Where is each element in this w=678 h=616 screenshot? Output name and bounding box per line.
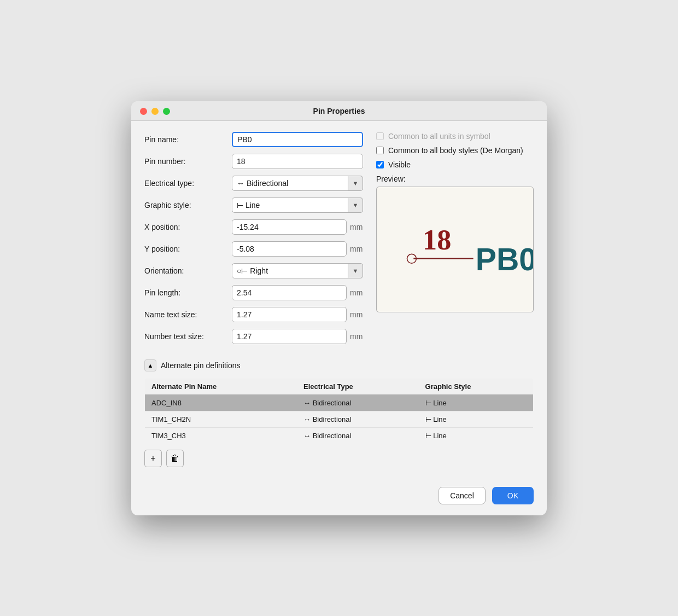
common-units-label: Common to all units in symbol xyxy=(388,132,490,141)
y-position-row: Y position: mm xyxy=(144,241,363,257)
electrical-type-label: Electrical type: xyxy=(144,179,232,188)
graphic-style-label: Graphic style: xyxy=(144,201,232,210)
name-text-size-unit: mm xyxy=(350,310,363,319)
pin-length-input[interactable] xyxy=(232,285,347,300)
table-actions: + 🗑 xyxy=(144,450,534,467)
pin-name-input[interactable] xyxy=(232,132,363,147)
cell-alt-name: TIM1_CH2N xyxy=(145,411,297,427)
number-text-size-row: Number text size: mm xyxy=(144,329,363,344)
pin-name-label: Pin name: xyxy=(144,135,232,144)
common-body-row: Common to all body styles (De Morgan) xyxy=(376,146,534,155)
ok-button[interactable]: OK xyxy=(492,487,534,504)
graphic-style-row: Graphic style: ⊢ Line ⊢ Inverted ⊢ Clock… xyxy=(144,197,363,213)
alt-pins-table: Alternate Pin Name Electrical Type Graph… xyxy=(144,378,534,444)
visible-row: Visible xyxy=(376,160,534,169)
pin-name-row: Pin name: xyxy=(144,132,363,147)
maximize-button[interactable] xyxy=(163,108,170,115)
preview-svg: 18 PB0 xyxy=(377,187,533,312)
common-units-checkbox[interactable] xyxy=(376,132,384,140)
x-position-label: X position: xyxy=(144,223,232,231)
graphic-style-select[interactable]: ⊢ Line ⊢ Inverted ⊢ Clock xyxy=(232,197,363,213)
table-row[interactable]: TIM3_CH3 ↔ Bidirectional ⊢ Line xyxy=(145,427,534,444)
dialog-footer: Cancel OK xyxy=(131,478,547,515)
main-content: Pin name: Pin number: Electrical type: ↔… xyxy=(144,132,534,351)
minimize-button[interactable] xyxy=(151,108,159,115)
pin-length-row: Pin length: mm xyxy=(144,285,363,300)
preview-section: Preview: 18 PB0 xyxy=(376,175,534,312)
cell-graphic-style: ⊢ Line xyxy=(419,411,534,427)
pin-number-input[interactable] xyxy=(232,154,363,169)
graphic-style-wrapper: ⊢ Line ⊢ Inverted ⊢ Clock ▼ xyxy=(232,197,363,213)
pin-length-unit: mm xyxy=(350,288,363,297)
cell-electrical-type: ↔ Bidirectional xyxy=(297,411,419,427)
right-panel: Common to all units in symbol Common to … xyxy=(376,132,534,351)
pin-number-label: Pin number: xyxy=(144,157,232,166)
alt-pin-section: ▲ Alternate pin definitions Alternate Pi… xyxy=(144,359,534,467)
number-text-size-input[interactable] xyxy=(232,329,347,344)
table-row[interactable]: TIM1_CH2N ↔ Bidirectional ⊢ Line xyxy=(145,411,534,427)
left-panel: Pin name: Pin number: Electrical type: ↔… xyxy=(144,132,363,351)
preview-box: 18 PB0 xyxy=(376,187,534,312)
svg-text:PB0: PB0 xyxy=(476,241,533,276)
electrical-type-wrapper: ↔ Bidirectional → Output ← Input ⏚ Power… xyxy=(232,176,363,191)
close-button[interactable] xyxy=(140,108,147,115)
pin-number-row: Pin number: xyxy=(144,154,363,169)
col-header-type: Electrical Type xyxy=(297,378,419,394)
pin-properties-dialog: Pin Properties Pin name: Pin number: Ele… xyxy=(131,101,547,515)
visible-label: Visible xyxy=(388,160,411,169)
x-position-unit: mm xyxy=(350,223,363,231)
col-header-name: Alternate Pin Name xyxy=(145,378,297,394)
y-position-input[interactable] xyxy=(232,241,347,257)
dialog-body: Pin name: Pin number: Electrical type: ↔… xyxy=(131,121,547,478)
electrical-type-select[interactable]: ↔ Bidirectional → Output ← Input ⏚ Power… xyxy=(232,176,363,191)
orientation-row: Orientation: ○⊢ Right ○⊢ Left ○⊢ Up ○⊢ D… xyxy=(144,263,363,278)
x-position-input[interactable] xyxy=(232,219,347,235)
name-text-size-label: Name text size: xyxy=(144,310,232,319)
x-position-row: X position: mm xyxy=(144,219,363,235)
window-controls xyxy=(140,108,170,115)
cell-alt-name: TIM3_CH3 xyxy=(145,427,297,444)
y-position-group: mm xyxy=(232,241,363,257)
cancel-button[interactable]: Cancel xyxy=(439,487,486,504)
alt-pin-header: ▲ Alternate pin definitions xyxy=(144,359,534,371)
svg-text:18: 18 xyxy=(423,224,451,255)
add-pin-button[interactable]: + xyxy=(144,450,162,467)
name-text-size-input[interactable] xyxy=(232,307,347,322)
common-body-checkbox[interactable] xyxy=(376,147,384,154)
table-row[interactable]: ADC_IN8 ↔ Bidirectional ⊢ Line xyxy=(145,394,534,411)
table-header-row: Alternate Pin Name Electrical Type Graph… xyxy=(145,378,534,394)
col-header-style: Graphic Style xyxy=(419,378,534,394)
name-text-size-group: mm xyxy=(232,307,363,322)
cell-electrical-type: ↔ Bidirectional xyxy=(297,427,419,444)
collapse-button[interactable]: ▲ xyxy=(144,359,156,371)
cell-graphic-style: ⊢ Line xyxy=(419,427,534,444)
common-body-label: Common to all body styles (De Morgan) xyxy=(388,146,523,155)
pin-length-group: mm xyxy=(232,285,363,300)
cell-alt-name: ADC_IN8 xyxy=(145,394,297,411)
orientation-wrapper: ○⊢ Right ○⊢ Left ○⊢ Up ○⊢ Down ▼ xyxy=(232,263,363,278)
number-text-size-unit: mm xyxy=(350,332,363,341)
alt-pin-title: Alternate pin definitions xyxy=(161,361,241,370)
orientation-select[interactable]: ○⊢ Right ○⊢ Left ○⊢ Up ○⊢ Down xyxy=(232,263,363,278)
electrical-type-row: Electrical type: ↔ Bidirectional → Outpu… xyxy=(144,176,363,191)
common-units-row: Common to all units in symbol xyxy=(376,132,534,141)
delete-pin-button[interactable]: 🗑 xyxy=(166,450,184,467)
cell-graphic-style: ⊢ Line xyxy=(419,394,534,411)
number-text-size-group: mm xyxy=(232,329,363,344)
preview-label: Preview: xyxy=(376,175,534,183)
number-text-size-label: Number text size: xyxy=(144,332,232,341)
pin-length-label: Pin length: xyxy=(144,288,232,297)
x-position-group: mm xyxy=(232,219,363,235)
name-text-size-row: Name text size: mm xyxy=(144,307,363,322)
y-position-unit: mm xyxy=(350,245,363,253)
cell-electrical-type: ↔ Bidirectional xyxy=(297,394,419,411)
title-bar: Pin Properties xyxy=(131,101,547,121)
visible-checkbox[interactable] xyxy=(376,161,384,168)
dialog-title: Pin Properties xyxy=(313,107,365,115)
y-position-label: Y position: xyxy=(144,245,232,253)
orientation-label: Orientation: xyxy=(144,266,232,275)
